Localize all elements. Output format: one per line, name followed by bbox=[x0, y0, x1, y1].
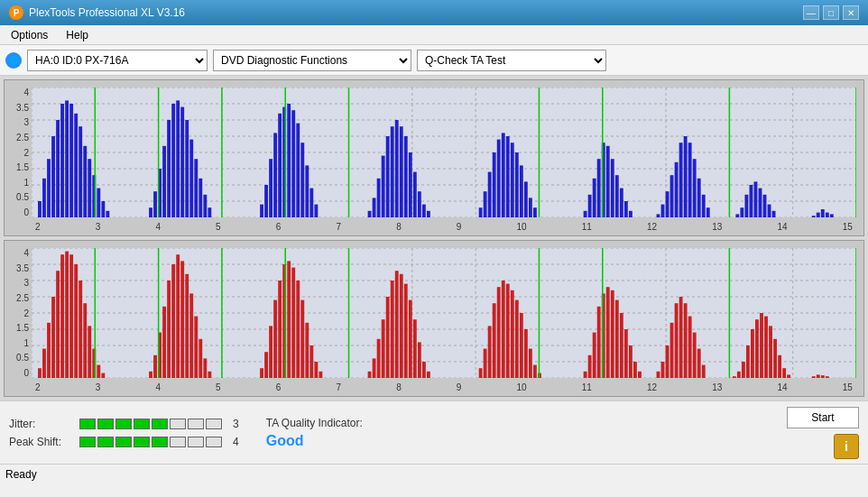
bottom-chart: 4 3.5 3 2.5 2 1.5 1 0.5 0 2 3 4 5 6 7 8 … bbox=[4, 240, 864, 397]
jitter-bar-1 bbox=[79, 419, 96, 429]
maximize-button[interactable]: □ bbox=[823, 5, 839, 20]
top-chart-x-axis: 2 3 4 5 6 7 8 9 10 11 12 13 14 15 bbox=[32, 217, 856, 235]
bottom-chart-y-axis: 4 3.5 3 2.5 2 1.5 1 0.5 0 bbox=[5, 248, 32, 378]
peakshift-bar-3 bbox=[115, 437, 132, 447]
test-select[interactable]: Q-Check TA Test bbox=[417, 50, 606, 71]
bottom-chart-canvas bbox=[32, 248, 856, 378]
function-select[interactable]: DVD Diagnostic Functions bbox=[213, 50, 411, 71]
metrics-area: Jitter: 3 Peak Shift: bbox=[0, 400, 868, 464]
jitter-bar-7 bbox=[188, 419, 204, 429]
minimize-button[interactable]: — bbox=[803, 5, 819, 20]
top-chart: 4 3.5 3 2.5 2 1.5 1 0.5 0 2 3 4 5 6 7 8 … bbox=[4, 79, 864, 236]
start-button[interactable]: Start bbox=[787, 407, 859, 428]
window-controls[interactable]: — □ ✕ bbox=[803, 5, 859, 20]
right-section: Start i bbox=[787, 407, 859, 459]
drive-select[interactable]: HA:0 ID:0 PX-716A bbox=[27, 50, 208, 71]
jitter-bar-8 bbox=[206, 419, 222, 429]
jitter-bar-4 bbox=[134, 419, 150, 429]
toolbar: 🌐 HA:0 ID:0 PX-716A DVD Diagnostic Funct… bbox=[0, 45, 868, 76]
status-text: Ready bbox=[5, 468, 37, 481]
ta-quality-value: Good bbox=[266, 433, 304, 449]
ta-quality-section: TA Quality Indicator: Good bbox=[266, 417, 363, 449]
jitter-bar-3 bbox=[115, 419, 132, 429]
top-chart-canvas bbox=[32, 87, 856, 217]
peakshift-bar-4 bbox=[134, 437, 150, 447]
peakshift-value: 4 bbox=[233, 436, 239, 448]
jitter-bar bbox=[79, 419, 222, 429]
jitter-row: Jitter: 3 bbox=[9, 418, 239, 430]
peakshift-bar-8 bbox=[206, 437, 222, 447]
bottom-chart-x-axis: 2 3 4 5 6 7 8 9 10 11 12 13 14 15 bbox=[32, 378, 856, 396]
peakshift-bar-5 bbox=[152, 437, 168, 447]
close-button[interactable]: ✕ bbox=[843, 5, 859, 20]
jitter-bar-2 bbox=[97, 419, 114, 429]
info-button[interactable]: i bbox=[834, 434, 859, 459]
status-bar: Ready bbox=[0, 464, 868, 483]
peakshift-bar-2 bbox=[97, 437, 114, 447]
jitter-bar-5 bbox=[152, 419, 168, 429]
title-bar: P PlexTools Professional XL V3.16 — □ ✕ bbox=[0, 0, 868, 25]
jitter-bar-6 bbox=[170, 419, 186, 429]
top-chart-y-axis: 4 3.5 3 2.5 2 1.5 1 0.5 0 bbox=[5, 87, 32, 217]
jitter-label: Jitter: bbox=[9, 418, 72, 430]
peakshift-row: Peak Shift: 4 bbox=[9, 436, 239, 448]
peakshift-bar-6 bbox=[170, 437, 186, 447]
peakshift-bar-7 bbox=[188, 437, 204, 447]
bottom-chart-inner bbox=[32, 248, 856, 378]
peakshift-bar-1 bbox=[79, 437, 96, 447]
menu-options[interactable]: Options bbox=[7, 28, 51, 42]
top-chart-inner bbox=[32, 87, 856, 217]
menu-bar: Options Help bbox=[0, 25, 868, 45]
app-title: PlexTools Professional XL V3.16 bbox=[29, 6, 185, 19]
menu-help[interactable]: Help bbox=[62, 28, 92, 42]
peakshift-label: Peak Shift: bbox=[9, 436, 72, 448]
ta-quality-label: TA Quality Indicator: bbox=[266, 417, 363, 429]
app-icon: P bbox=[9, 5, 23, 20]
globe-icon: 🌐 bbox=[5, 52, 22, 69]
metrics-section: Jitter: 3 Peak Shift: bbox=[9, 418, 239, 448]
jitter-value: 3 bbox=[233, 418, 239, 430]
peakshift-bar bbox=[79, 437, 222, 447]
charts-area: 4 3.5 3 2.5 2 1.5 1 0.5 0 2 3 4 5 6 7 8 … bbox=[0, 76, 868, 400]
